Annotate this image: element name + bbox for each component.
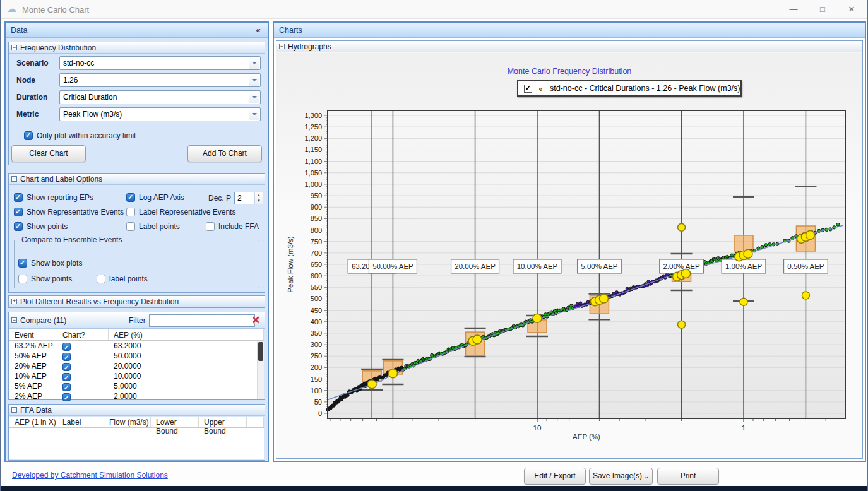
frequency-chart-canvas[interactable]: 0501001502002503003504004505005506006507… <box>276 53 862 462</box>
filter-input[interactable] <box>149 314 255 327</box>
log-aep-axis-checkbox[interactable]: ✓ <box>126 193 135 202</box>
compare-header[interactable]: −Compare (11) Filter ✕ <box>9 312 265 329</box>
collapse-icon[interactable]: − <box>279 44 285 49</box>
ffa-data-header[interactable]: −FFA Data <box>9 405 265 416</box>
aep-label: 10.00% AEP <box>513 259 561 273</box>
collapse-icon[interactable]: − <box>11 176 17 182</box>
save-images-button[interactable]: Save Image(s) ⌄ <box>589 468 653 485</box>
duration-label: Duration <box>16 90 47 104</box>
node-select[interactable]: 1.26 <box>59 73 261 87</box>
accuracy-limit-checkbox[interactable]: ✓ <box>24 131 33 140</box>
svg-text:Peak Flow (m3/s): Peak Flow (m3/s) <box>287 236 294 293</box>
svg-text:0.50% AEP: 0.50% AEP <box>787 263 824 270</box>
event-cell: 5% AEP <box>9 381 57 391</box>
edit-export-button[interactable]: Edit / Export <box>524 468 586 485</box>
maximize-button[interactable]: □ <box>808 0 837 19</box>
chevron-down-icon[interactable] <box>249 92 259 103</box>
row-chart-checkbox[interactable]: ✓ <box>62 383 71 391</box>
table-row[interactable]: 20% AEP✓20.0000 <box>9 361 264 371</box>
compare-scrollbar[interactable] <box>257 341 264 399</box>
chart-label-options-header[interactable]: −Chart and Label Options <box>9 174 265 185</box>
ffa-column-upper[interactable]: Upper Bound <box>199 417 247 427</box>
event-cell: 50% AEP <box>9 351 57 361</box>
check-icon: ✓ <box>25 131 31 139</box>
duration-select[interactable]: Critical Duration <box>59 90 261 104</box>
row-chart-checkbox[interactable]: ✓ <box>62 373 71 381</box>
ensemble-show-points-checkbox[interactable] <box>18 275 27 283</box>
table-row[interactable]: 10% AEP✓10.0000 <box>9 371 264 381</box>
svg-text:700: 700 <box>311 249 322 257</box>
row-chart-checkbox[interactable]: ✓ <box>62 343 71 351</box>
credit-link[interactable]: Developed by Catchment Simulation Soluti… <box>12 471 168 480</box>
node-label: Node <box>16 73 35 87</box>
status-bar: Developed by Catchment Simulation Soluti… <box>1 462 867 486</box>
collapse-icon[interactable]: − <box>11 407 17 413</box>
column-header-chart[interactable]: Chart? <box>57 329 109 340</box>
row-chart-checkbox[interactable]: ✓ <box>62 363 71 371</box>
title-bar: ☁ Monte Carlo Chart — □ ✕ <box>1 0 867 19</box>
include-ffa-checkbox[interactable] <box>206 222 215 231</box>
show-reporting-eps-checkbox[interactable]: ✓ <box>14 193 23 202</box>
plot-different-results-header[interactable]: +Plot Different Results vs Frequency Dis… <box>8 295 265 308</box>
close-button[interactable]: ✕ <box>837 0 866 19</box>
collapse-icon[interactable]: − <box>11 45 17 50</box>
scenario-select[interactable]: std-no-cc <box>59 56 261 70</box>
check-icon: ✓ <box>64 393 69 403</box>
ffa-column-flow[interactable]: Flow (m3/s) <box>104 417 151 427</box>
event-cell: 2% AEP <box>9 391 57 401</box>
row-chart-checkbox[interactable]: ✓ <box>62 393 71 401</box>
chevron-down-icon[interactable] <box>249 57 259 69</box>
hydrographs-header[interactable]: −Hydrographs <box>276 41 862 52</box>
spinner-arrows-icon[interactable]: ▲▼ <box>254 192 263 204</box>
row-chart-checkbox[interactable]: ✓ <box>62 353 71 361</box>
collapse-icon[interactable]: − <box>11 317 17 323</box>
blank-cell <box>169 371 264 381</box>
label-representative-events-checkbox[interactable] <box>126 208 135 216</box>
svg-text:350: 350 <box>311 329 322 337</box>
chevron-down-icon[interactable] <box>249 74 259 86</box>
svg-text:10: 10 <box>533 424 542 432</box>
collapse-panel-icon[interactable]: « <box>253 23 264 38</box>
svg-text:1,100: 1,100 <box>304 158 322 165</box>
table-row[interactable]: 63.2% AEP✓63.2000 <box>9 341 264 351</box>
dec-p-spinner[interactable]: 2 ▲▼ <box>234 192 263 204</box>
chevron-down-icon[interactable] <box>249 109 259 120</box>
add-to-chart-button[interactable]: Add To Chart <box>187 145 262 162</box>
svg-text:400: 400 <box>311 318 322 326</box>
column-header-event[interactable]: Event <box>9 329 57 340</box>
frequency-distribution-header[interactable]: −Frequency Distribution <box>9 42 265 54</box>
ensemble-label-points-checkbox[interactable] <box>97 275 105 283</box>
show-points-checkbox[interactable]: ✓ <box>14 222 23 231</box>
group-title: Chart and Label Options <box>20 175 102 184</box>
legend-checkbox[interactable]: ✓ <box>524 85 532 93</box>
ffa-column-lower[interactable]: Lower Bound <box>151 417 199 427</box>
table-row[interactable]: 5% AEP✓5.0000 <box>9 381 264 391</box>
svg-text:550: 550 <box>311 283 322 291</box>
svg-text:5.00% AEP: 5.00% AEP <box>581 263 618 270</box>
print-button[interactable]: Print <box>657 468 719 485</box>
clear-chart-button[interactable]: Clear Chart <box>11 145 86 162</box>
label-points-checkbox[interactable] <box>126 222 135 231</box>
svg-text:2.00% AEP: 2.00% AEP <box>663 263 700 270</box>
ffa-column-aep[interactable]: AEP (1 in X) <box>9 417 57 427</box>
scrollbar-thumb[interactable] <box>258 342 263 361</box>
ffa-column-label[interactable]: Label <box>57 417 104 427</box>
svg-text:300: 300 <box>311 341 322 348</box>
column-header-aep[interactable]: AEP (%) <box>109 329 169 340</box>
column-header-blank <box>169 329 264 340</box>
minimize-button[interactable]: — <box>779 0 808 19</box>
table-row[interactable]: 50% AEP✓50.0000 <box>9 351 264 361</box>
show-box-plots-label: Show box plots <box>31 259 82 268</box>
aep-label: 50.00% AEP <box>369 259 417 273</box>
show-box-plots-checkbox[interactable]: ✓ <box>18 259 27 268</box>
metric-select[interactable]: Peak Flow (m3/s) <box>59 107 261 121</box>
data-panel-header: Data « <box>6 23 268 38</box>
blank-cell <box>169 361 264 371</box>
show-representative-events-checkbox[interactable]: ✓ <box>14 208 23 216</box>
compare-table: Event Chart? AEP (%) 63.2% AEP✓63.200050… <box>9 329 264 399</box>
charts-panel: Charts −Hydrographs Monte Carlo Frequenc… <box>273 21 866 462</box>
expand-icon[interactable]: + <box>11 299 17 304</box>
table-row[interactable]: 2% AEP✓2.0000 <box>9 391 264 401</box>
clear-filter-icon[interactable]: ✕ <box>248 314 263 328</box>
svg-text:10.00% AEP: 10.00% AEP <box>517 263 558 270</box>
